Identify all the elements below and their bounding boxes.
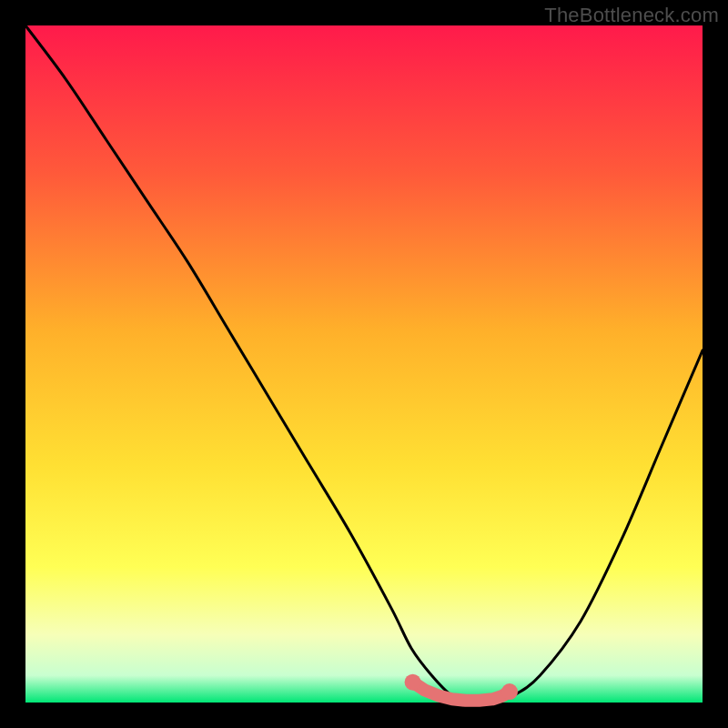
optimal-band: [413, 682, 510, 701]
plot-area: [25, 25, 703, 703]
watermark-text: TheBottleneck.com: [544, 4, 719, 27]
optimal-end-dot: [501, 683, 518, 700]
optimal-range-markers: [405, 674, 518, 701]
bottleneck-curve: [25, 25, 703, 703]
optimal-end-dot: [405, 674, 421, 691]
curve-line: [25, 25, 703, 703]
